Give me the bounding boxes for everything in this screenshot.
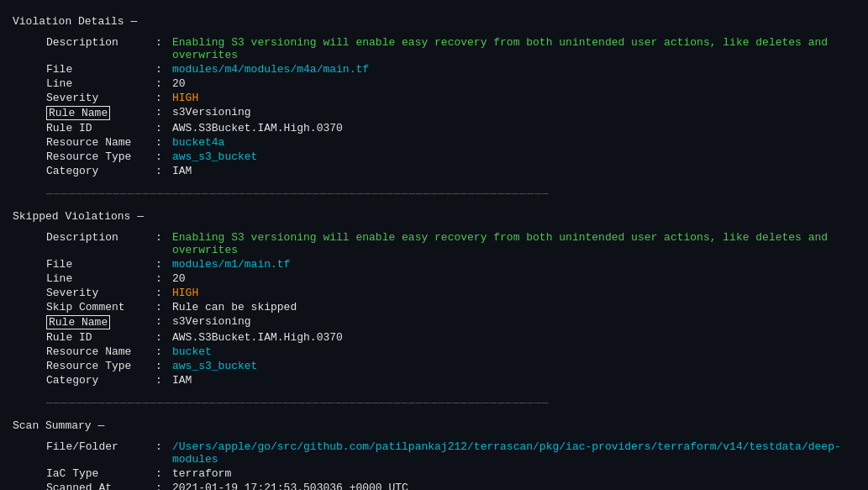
skipped-rule-id-label: Rule ID [46, 331, 155, 344]
skipped-resource-type-label: Resource Type [46, 360, 155, 372]
resource-type-label: Resource Type [46, 150, 155, 163]
violation-description-row: Description : Enabling S3 versioning wil… [13, 36, 855, 61]
scan-summary-section: Scan Summary — File/Folder : /Users/appl… [13, 419, 855, 490]
skipped-rule-id-row: Rule ID : AWS.S3Bucket.IAM.High.0370 [13, 331, 855, 344]
skipped-violations-title: Skipped Violations — [13, 210, 855, 223]
description-label: Description [46, 36, 155, 61]
skipped-line-label: Line [46, 272, 155, 285]
skipped-resource-name-label: Resource Name [46, 345, 155, 358]
scan-summary-title: Scan Summary — [13, 419, 855, 432]
rule-name-value: s3Versioning [172, 106, 251, 120]
resource-type-value: aws_s3_bucket [172, 150, 257, 163]
description-value: Enabling S3 versioning will enable easy … [172, 36, 855, 61]
scanned-at-value: 2021-01-19 17:21:53.503036 +0000 UTC [172, 482, 408, 490]
scan-iac-type-row: IaC Type : terraform [13, 467, 855, 480]
violation-resource-type-row: Resource Type : aws_s3_bucket [13, 150, 855, 163]
file-folder-value: /Users/apple/go/src/github.com/patilpank… [172, 440, 855, 466]
scan-file-folder-row: File/Folder : /Users/apple/go/src/github… [13, 440, 855, 466]
file-value: modules/m4/modules/m4a/main.tf [172, 63, 369, 76]
resource-name-value: bucket4a [172, 136, 224, 149]
skipped-category-label: Category [46, 374, 155, 387]
skipped-description-label: Description [46, 231, 155, 256]
divider-1: ————————————————————————————————————————… [46, 187, 855, 200]
skipped-file-value: modules/m1/main.tf [172, 258, 290, 271]
skipped-description-value: Enabling S3 versioning will enable easy … [172, 231, 855, 256]
file-folder-label: File/Folder [46, 440, 155, 466]
rule-id-label: Rule ID [46, 122, 155, 134]
skipped-file-row: File : modules/m1/main.tf [13, 258, 855, 271]
rule-name-label: Rule Name [46, 106, 155, 120]
scanned-at-label: Scanned At [46, 482, 155, 490]
scan-scanned-at-row: Scanned At : 2021-01-19 17:21:53.503036 … [13, 482, 855, 490]
skipped-rule-name-row: Rule Name : s3Versioning [13, 315, 855, 329]
skipped-line-row: Line : 20 [13, 272, 855, 285]
severity-label: Severity [46, 92, 155, 104]
iac-type-value: terraform [172, 467, 231, 480]
violation-severity-row: Severity : HIGH [13, 92, 855, 104]
skipped-severity-row: Severity : HIGH [13, 287, 855, 299]
skipped-violations-section: Skipped Violations — Description : Enabl… [13, 210, 855, 409]
skipped-skip-comment-row: Skip Comment : Rule can be skipped [13, 301, 855, 313]
skipped-description-row: Description : Enabling S3 versioning wil… [13, 231, 855, 256]
rule-id-value: AWS.S3Bucket.IAM.High.0370 [172, 122, 343, 134]
violation-category-row: Category : IAM [13, 165, 855, 177]
skipped-line-value: 20 [172, 272, 186, 285]
skipped-file-label: File [46, 258, 155, 271]
skipped-resource-name-row: Resource Name : bucket [13, 345, 855, 358]
violation-line-row: Line : 20 [13, 77, 855, 90]
violation-file-row: File : modules/m4/modules/m4a/main.tf [13, 63, 855, 76]
skipped-rule-name-value: s3Versioning [172, 315, 251, 329]
skipped-severity-label: Severity [46, 287, 155, 299]
violation-rule-id-row: Rule ID : AWS.S3Bucket.IAM.High.0370 [13, 122, 855, 134]
line-label: Line [46, 77, 155, 90]
skipped-skip-comment-label: Skip Comment [46, 301, 155, 313]
skipped-skip-comment-value: Rule can be skipped [172, 301, 297, 313]
skipped-resource-name-value: bucket [172, 345, 212, 358]
violation-rule-name-row: Rule Name : s3Versioning [13, 106, 855, 120]
line-value: 20 [172, 77, 186, 90]
violation-details-section: Violation Details — Description : Enabli… [13, 15, 855, 200]
skipped-rule-name-label: Rule Name [46, 315, 155, 329]
violation-resource-name-row: Resource Name : bucket4a [13, 136, 855, 149]
skipped-severity-value: HIGH [172, 287, 198, 299]
category-label: Category [46, 165, 155, 177]
skipped-category-row: Category : IAM [13, 374, 855, 387]
iac-type-label: IaC Type [46, 467, 155, 480]
skipped-category-value: IAM [172, 374, 192, 387]
violation-details-title: Violation Details — [13, 15, 855, 28]
skipped-resource-type-value: aws_s3_bucket [172, 360, 257, 372]
skipped-rule-id-value: AWS.S3Bucket.IAM.High.0370 [172, 331, 343, 344]
file-label: File [46, 63, 155, 76]
resource-name-label: Resource Name [46, 136, 155, 149]
category-value: IAM [172, 165, 192, 177]
severity-value: HIGH [172, 92, 198, 104]
skipped-resource-type-row: Resource Type : aws_s3_bucket [13, 360, 855, 372]
divider-2: ————————————————————————————————————————… [46, 397, 855, 409]
